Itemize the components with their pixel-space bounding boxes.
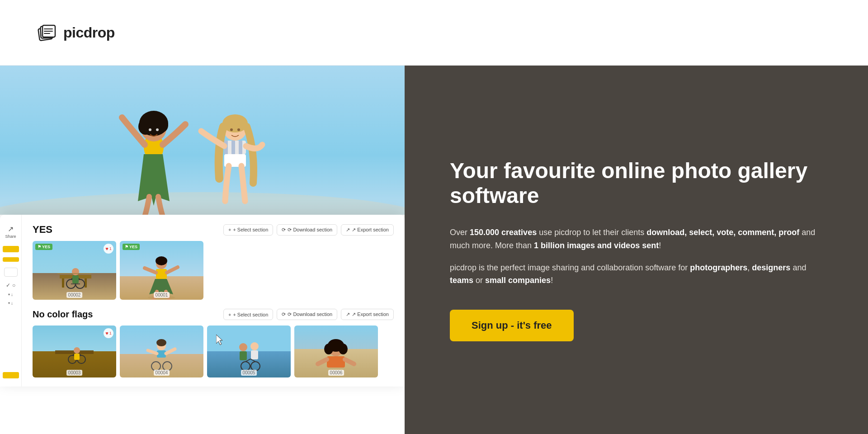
share-icon: ↗ xyxy=(8,225,14,233)
bold-teams: teams xyxy=(450,276,473,285)
tagline: Your favourite online photo gallery soft… xyxy=(450,158,823,208)
gallery-panel: ↗ Share ✓ ○ ▾ ↓ ▾ xyxy=(0,66,405,434)
photo-00001[interactable]: ⚑ YES 00001 xyxy=(120,241,203,300)
plus-icon-2: + xyxy=(228,312,231,317)
hero-image xyxy=(0,66,405,215)
download-icon: ⟳ xyxy=(282,227,286,233)
download-section-btn[interactable]: ⟳ ⟳ Download section xyxy=(277,224,337,236)
svg-point-12 xyxy=(138,118,153,135)
sidebar-item-share[interactable]: ↗ Share xyxy=(2,222,19,241)
heart-badge-00002[interactable]: ♥ 1 xyxy=(104,244,113,254)
svg-rect-42 xyxy=(156,269,167,279)
heart-icon: ♥ xyxy=(105,246,108,251)
svg-rect-78 xyxy=(327,356,345,368)
sidebar-check-row: ✓ ○ xyxy=(6,282,15,288)
section-yes-actions: + + Select section ⟳ ⟳ Download section … xyxy=(223,224,394,236)
right-panel: Your favourite online photo gallery soft… xyxy=(405,66,868,434)
bold-actions: download, select, vote, comment, proof xyxy=(646,228,799,237)
heart-badge-00003[interactable]: ♥ 1 xyxy=(104,328,113,338)
section-yes-header: YES + + Select section ⟳ ⟳ Download sect… xyxy=(33,224,394,236)
photo-00003[interactable]: ♥ 1 00003 xyxy=(33,326,116,377)
no-color-photo-grid: ♥ 1 00003 xyxy=(33,326,394,377)
export-section-label: ↗ Export section xyxy=(352,227,389,233)
section-no-color-actions: + + Select section ⟳ ⟳ Download section … xyxy=(223,309,394,320)
bold-creatives: 150.000 creatives xyxy=(470,228,537,237)
sort-down-icon: ↓ xyxy=(11,292,13,297)
svg-point-15 xyxy=(156,128,159,131)
svg-point-65 xyxy=(239,343,247,351)
photo-00004[interactable]: 00004 xyxy=(120,326,203,377)
gallery-app: ↗ Share ✓ ○ ▾ ↓ ▾ xyxy=(0,215,405,387)
svg-rect-55 xyxy=(74,354,80,360)
svg-rect-24 xyxy=(239,141,242,154)
svg-point-77 xyxy=(339,344,348,354)
svg-point-54 xyxy=(74,347,80,354)
chevron-icon: ▾ xyxy=(8,292,10,297)
app-sidebar: ↗ Share ✓ ○ ▾ ↓ ▾ xyxy=(0,215,22,387)
sidebar-search-input[interactable] xyxy=(4,268,18,277)
plus-icon: + xyxy=(228,227,231,232)
select-section-label-2: + Select section xyxy=(233,312,268,317)
bold-billion: 1 billion images and videos sent xyxy=(534,241,659,250)
logo-icon xyxy=(36,22,58,43)
export-icon: ↗ xyxy=(346,227,350,233)
heart-count-00002: 1 xyxy=(109,246,112,251)
svg-point-66 xyxy=(250,342,259,350)
svg-point-36 xyxy=(72,268,79,275)
bold-designers: designers xyxy=(752,263,790,272)
export-section-label-2: ↗ Export section xyxy=(352,311,389,317)
photo-00005[interactable]: 00005 xyxy=(207,326,291,377)
chevron-icon-2: ▾ xyxy=(8,301,10,305)
sidebar-yellow-bar-1 xyxy=(3,246,19,252)
svg-point-20 xyxy=(237,128,240,131)
photo-number-00003: 00003 xyxy=(66,370,83,376)
photo-number-00002: 00002 xyxy=(66,292,83,298)
svg-point-19 xyxy=(230,128,233,131)
hero-illustration xyxy=(0,66,405,215)
sort-down-icon-2: ↓ xyxy=(11,301,13,306)
svg-rect-68 xyxy=(251,350,258,359)
sidebar-share-label: Share xyxy=(5,234,16,239)
flag-icon-2: ⚑ xyxy=(125,245,128,249)
svg-point-41 xyxy=(156,256,167,265)
main-content: ↗ Share ✓ ○ ▾ ↓ ▾ xyxy=(0,66,868,434)
photo-number-00005: 00005 xyxy=(241,370,257,376)
select-section-label: + Select section xyxy=(233,227,268,232)
check-icon: ✓ xyxy=(6,282,10,288)
sidebar-yellow-bar-2 xyxy=(3,257,19,262)
yes-photo-grid: ⚑ YES ♥ 1 00002 xyxy=(33,241,394,300)
sidebar-sort-2[interactable]: ▾ ↓ xyxy=(8,301,13,306)
download-section-btn-2[interactable]: ⟳ ⟳ Download section xyxy=(277,309,337,320)
logo[interactable]: picdrop xyxy=(36,22,115,43)
bold-small-companies: small companies xyxy=(485,276,551,285)
export-icon-2: ↗ xyxy=(346,311,350,317)
bold-photographers: photographers xyxy=(690,263,747,272)
svg-point-14 xyxy=(149,128,151,131)
flag-icon: ⚑ xyxy=(38,245,41,249)
svg-rect-29 xyxy=(62,278,64,288)
flag-label-00001: YES xyxy=(129,245,137,249)
download-section-label-2: ⟳ Download section xyxy=(288,311,332,317)
app-main-content: YES + + Select section ⟳ ⟳ Download sect… xyxy=(22,215,405,387)
photo-number-00006: 00006 xyxy=(328,370,344,376)
svg-rect-23 xyxy=(231,141,235,154)
photo-number-00001: 00001 xyxy=(154,292,170,298)
photo-00006[interactable]: 00006 xyxy=(294,326,378,377)
flag-label-00002: YES xyxy=(42,245,50,249)
download-section-label: ⟳ Download section xyxy=(288,227,332,233)
heart-icon-3: ♥ xyxy=(105,330,108,336)
description-2: picdrop is the perfect image sharing and… xyxy=(450,261,823,288)
section-yes: YES + + Select section ⟳ ⟳ Download sect… xyxy=(33,224,394,300)
select-section-btn[interactable]: + + Select section xyxy=(223,224,273,236)
circle-icon: ○ xyxy=(12,282,15,288)
svg-point-18 xyxy=(222,114,248,132)
photo-00002[interactable]: ⚑ YES ♥ 1 00002 xyxy=(33,241,116,300)
sidebar-yellow-bar-bottom xyxy=(3,372,19,378)
sidebar-sort-1[interactable]: ▾ ↓ xyxy=(8,292,13,297)
select-section-btn-2[interactable]: + + Select section xyxy=(223,309,273,320)
signup-button[interactable]: Sign up - it's free xyxy=(450,310,574,341)
section-no-color-header: No color flags + + Select section ⟳ ⟳ Do… xyxy=(33,309,394,320)
export-section-btn-2[interactable]: ↗ ↗ Export section xyxy=(341,309,394,320)
export-section-btn[interactable]: ↗ ↗ Export section xyxy=(341,224,394,236)
section-yes-title: YES xyxy=(33,224,52,236)
